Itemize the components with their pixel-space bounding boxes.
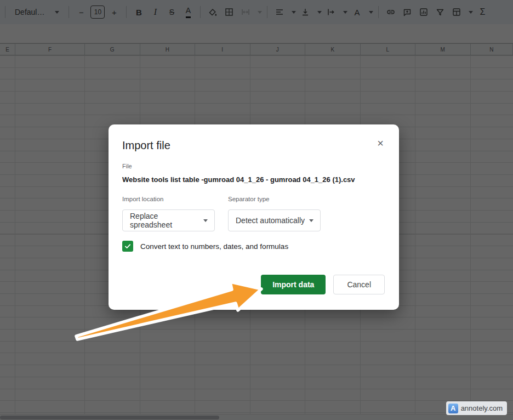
separator-type-select[interactable]: Detect automatically (228, 209, 321, 231)
convert-checkbox-label: Convert text to numbers, dates, and form… (140, 242, 288, 251)
separator-type-label: Separator type (228, 196, 321, 203)
file-name: Website tools list table -gumroad 04_1_2… (122, 175, 385, 184)
import-location-label: Import location (122, 196, 215, 203)
chevron-down-icon (203, 219, 208, 222)
close-icon: × (377, 137, 384, 150)
checkmark-icon (124, 242, 132, 250)
import-data-button[interactable]: Import data (261, 275, 326, 294)
file-label: File (122, 163, 385, 170)
cancel-button[interactable]: Cancel (333, 275, 385, 294)
import-file-dialog: Import file × File Website tools list ta… (109, 124, 399, 310)
annotely-watermark-text: annotely.com (461, 404, 503, 412)
annotely-watermark: A annotely.com (446, 401, 507, 415)
convert-checkbox[interactable] (122, 241, 133, 252)
import-location-select[interactable]: Replace spreadsheet (122, 209, 215, 231)
chevron-down-icon (309, 219, 314, 222)
import-location-value: Replace spreadsheet (130, 212, 201, 229)
close-button[interactable]: × (374, 137, 387, 150)
annotely-logo-icon: A (448, 404, 458, 413)
dialog-title: Import file (122, 138, 170, 153)
separator-type-value: Detect automatically (236, 216, 305, 225)
